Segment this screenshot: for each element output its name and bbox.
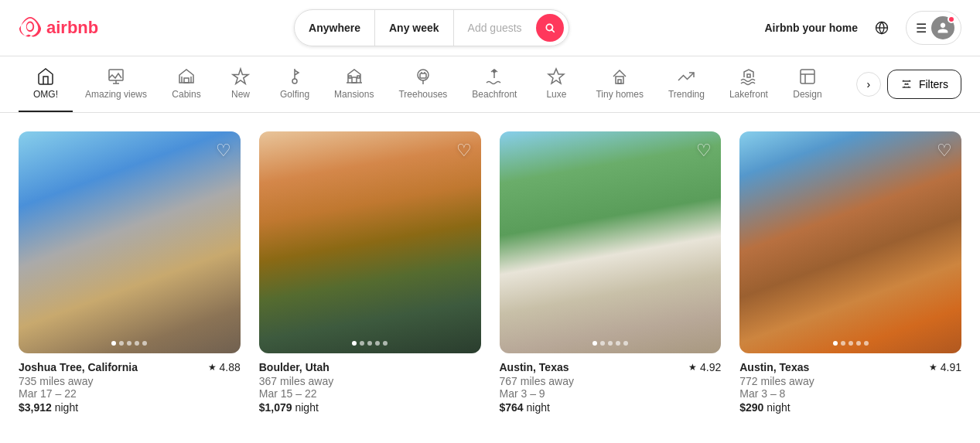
luxe-icon <box>547 67 565 86</box>
listing-dates: Mar 3 – 8 <box>739 387 923 400</box>
golfing-icon <box>285 67 304 86</box>
airbnb-home-link[interactable]: Airbnb your home <box>764 22 858 34</box>
listing-price: $3,912 night <box>19 401 202 414</box>
wishlist-button[interactable]: ♡ <box>696 141 712 161</box>
category-nav: OMG! Amazing views Cabins <box>0 56 980 113</box>
avatar <box>931 16 954 39</box>
carousel-dot <box>375 341 380 346</box>
category-amazing-views[interactable]: Amazing views <box>73 56 159 112</box>
carousel-dot <box>616 341 620 346</box>
listing-distance: 367 miles away <box>259 375 481 387</box>
listing-image <box>739 131 961 353</box>
carousel-dots <box>111 341 147 346</box>
listing-image <box>259 131 481 353</box>
wishlist-button[interactable]: ♡ <box>456 141 472 161</box>
design-icon <box>798 67 817 86</box>
star-icon: ★ <box>688 362 697 373</box>
listing-distance: 772 miles away <box>739 375 923 387</box>
language-button[interactable] <box>869 15 895 41</box>
category-mansions[interactable]: Mansions <box>322 56 386 112</box>
carousel-dot <box>841 341 845 346</box>
mansions-icon <box>345 67 364 86</box>
svg-marker-17 <box>548 69 564 83</box>
globe-icon <box>875 21 889 35</box>
listing-rating: ★ 4.91 <box>929 361 961 373</box>
carousel-dots <box>833 341 869 346</box>
category-luxe[interactable]: Luxe <box>529 56 583 112</box>
star-icon: ★ <box>208 362 217 373</box>
carousel-dot <box>135 341 139 346</box>
carousel-dot <box>127 341 131 346</box>
listing-info: Boulder, Utah 367 miles away Mar 15 – 22… <box>259 361 481 414</box>
listing-details: Austin, Texas 767 miles away Mar 3 – 9 $… <box>500 361 683 414</box>
listing-details: Austin, Texas 772 miles away Mar 3 – 8 $… <box>739 361 923 414</box>
hamburger-icon: ☰ <box>916 21 927 36</box>
omg-icon <box>36 67 55 86</box>
svg-line-1 <box>551 29 554 32</box>
user-icon <box>937 22 949 34</box>
listing-dates: Mar 3 – 9 <box>500 387 683 400</box>
listing-card[interactable]: ♡ Austin, Texas 772 miles away Mar 3 – 8… <box>739 131 961 414</box>
carousel-dot <box>360 341 364 346</box>
user-menu[interactable]: ☰ <box>906 11 961 45</box>
svg-rect-12 <box>357 76 360 78</box>
carousel-dot <box>592 341 597 346</box>
filters-button[interactable]: Filters <box>887 70 961 99</box>
new-icon <box>231 67 250 86</box>
carousel-dot <box>833 341 838 346</box>
listing-image <box>500 131 722 353</box>
wishlist-button[interactable]: ♡ <box>216 141 231 161</box>
search-any-week[interactable]: Any week <box>375 10 454 46</box>
rating-value: 4.91 <box>941 361 961 373</box>
listing-details: Boulder, Utah 367 miles away Mar 15 – 22… <box>259 361 481 414</box>
search-guests[interactable]: Add guests <box>454 10 536 46</box>
filters-icon <box>900 78 913 90</box>
star-icon: ★ <box>929 362 937 373</box>
category-new[interactable]: New <box>213 56 268 112</box>
listing-location: Austin, Texas <box>500 361 683 373</box>
notification-dot <box>948 15 955 23</box>
beachfront-icon <box>485 67 504 86</box>
listing-location: Joshua Tree, California <box>19 361 202 373</box>
category-trending[interactable]: Trending <box>656 56 717 112</box>
listing-card[interactable]: ♡ Joshua Tree, California 735 miles away… <box>19 131 241 414</box>
listing-details: Joshua Tree, California 735 miles away M… <box>19 361 202 414</box>
category-treehouses[interactable]: Treehouses <box>386 56 459 112</box>
listings-grid: ♡ Joshua Tree, California 735 miles away… <box>19 131 961 414</box>
trending-icon <box>677 67 695 86</box>
search-anywhere[interactable]: Anywhere <box>295 10 375 46</box>
category-cabins[interactable]: Cabins <box>159 56 213 112</box>
category-lakefront[interactable]: Lakefront <box>717 56 780 112</box>
category-golfing[interactable]: Golfing <box>268 56 322 112</box>
listing-dates: Mar 17 – 22 <box>19 387 202 400</box>
wishlist-button[interactable]: ♡ <box>937 141 952 161</box>
rating-value: 4.92 <box>700 361 721 373</box>
svg-rect-4 <box>109 70 123 80</box>
svg-rect-11 <box>349 76 351 78</box>
category-tiny-homes[interactable]: Tiny homes <box>583 56 656 112</box>
svg-rect-21 <box>801 70 814 83</box>
listing-info: Austin, Texas 772 miles away Mar 3 – 8 $… <box>739 361 961 414</box>
category-nav-arrow[interactable]: › <box>856 72 881 97</box>
listing-card[interactable]: ♡ Boulder, Utah 367 miles away Mar 15 – … <box>259 131 481 414</box>
listing-card[interactable]: ♡ Austin, Texas 767 miles away Mar 3 – 9… <box>500 131 722 414</box>
category-beachfront[interactable]: Beachfront <box>459 56 529 112</box>
listing-price: $290 night <box>739 401 923 414</box>
listing-location: Boulder, Utah <box>259 361 481 373</box>
listing-info: Joshua Tree, California 735 miles away M… <box>19 361 241 414</box>
listing-image-wrap: ♡ <box>739 131 961 353</box>
carousel-dot <box>849 341 853 346</box>
carousel-dot <box>856 341 861 346</box>
search-button[interactable] <box>536 14 564 42</box>
category-design[interactable]: Design <box>780 56 835 112</box>
carousel-dots <box>592 341 628 346</box>
svg-rect-7 <box>184 78 189 83</box>
listing-dates: Mar 15 – 22 <box>259 387 481 400</box>
listing-rating: ★ 4.92 <box>688 361 721 373</box>
filters-label: Filters <box>919 78 948 90</box>
listing-image-wrap: ♡ <box>259 131 481 353</box>
category-omg[interactable]: OMG! <box>19 56 73 112</box>
logo[interactable]: airbnb <box>19 16 98 39</box>
svg-rect-20 <box>747 74 750 77</box>
carousel-dot <box>367 341 372 346</box>
